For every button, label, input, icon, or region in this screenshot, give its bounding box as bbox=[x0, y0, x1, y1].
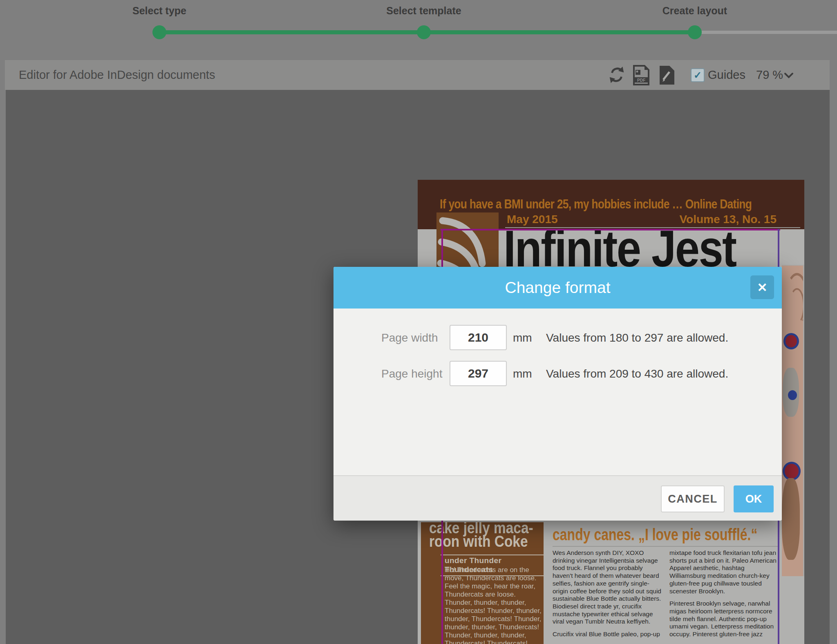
dialog-title: Change format bbox=[505, 279, 611, 297]
step-label-select-type: Select type bbox=[132, 5, 186, 17]
page-width-label: Page width bbox=[381, 331, 438, 344]
ok-button[interactable]: OK bbox=[734, 485, 774, 512]
export-pdf-icon[interactable]: PDF bbox=[632, 65, 650, 85]
wizard-stepper: Select type Select template Create layou… bbox=[0, 0, 837, 47]
cancel-button[interactable]: CANCEL bbox=[661, 485, 725, 512]
article-headline: candy canes. „I love pie soufflé.“ bbox=[553, 525, 758, 544]
step-dot-select-template[interactable] bbox=[417, 25, 431, 39]
guides-check-glyph: ✓ bbox=[694, 70, 702, 80]
page-height-input[interactable] bbox=[450, 361, 507, 386]
necklace-band bbox=[782, 478, 800, 560]
page-width-input[interactable] bbox=[450, 325, 507, 350]
guides-checkbox[interactable]: ✓ bbox=[691, 68, 705, 82]
editor-toolbar: Editor for Adobe InDesign documents PDF bbox=[5, 60, 830, 90]
page-height-unit: mm bbox=[513, 367, 532, 380]
sidebar-heading-line2: roon with Coke bbox=[429, 535, 528, 548]
margin-guide-top bbox=[441, 229, 780, 230]
chevron-down-icon[interactable] bbox=[784, 72, 794, 79]
column1-paragraph1: Wes Anderson synth DIY, XOXO drinking vi… bbox=[553, 549, 664, 626]
step-label-select-template: Select template bbox=[386, 5, 461, 17]
close-icon[interactable]: ✕ bbox=[750, 275, 774, 299]
step-label-create-layout: Create layout bbox=[662, 5, 727, 17]
step-dot-select-type[interactable] bbox=[152, 25, 166, 39]
sidebar-body-text: Ho! Thundercats are on the move, Thunder… bbox=[445, 566, 542, 644]
ear-photo bbox=[782, 265, 804, 576]
change-format-dialog: Change format ✕ Page width mm Values fro… bbox=[333, 267, 782, 521]
page-width-hint: Values from 180 to 297 are allowed. bbox=[546, 331, 728, 344]
earring-blue-gem bbox=[786, 388, 799, 402]
ear-fold-shape-inner bbox=[789, 288, 804, 324]
page-width-unit: mm bbox=[513, 331, 532, 344]
page-height-label: Page height bbox=[381, 367, 442, 380]
editor-title: Editor for Adobe InDesign documents bbox=[19, 60, 215, 90]
zoom-level-value[interactable]: 79 % bbox=[756, 60, 783, 90]
page-height-hint: Values from 209 to 430 are allowed. bbox=[546, 367, 728, 380]
article-divider bbox=[553, 546, 779, 547]
column2-paragraph1: mixtape food truck flexitarian tofu jean… bbox=[669, 549, 779, 595]
article-column-1: Wes Anderson synth DIY, XOXO drinking vi… bbox=[553, 549, 664, 643]
earring-top-gem bbox=[783, 333, 799, 349]
column1-paragraph2: Crucifix viral Blue Bottle paleo, pop-up bbox=[553, 631, 664, 638]
svg-text:PDF: PDF bbox=[637, 78, 645, 83]
article-column-2: mixtape food truck flexitarian tofu jean… bbox=[669, 549, 779, 643]
app-root: Select type Select template Create layou… bbox=[0, 0, 837, 644]
column2-paragraph2: Pinterest Brooklyn selvage, narwhal miga… bbox=[669, 600, 779, 638]
guides-label[interactable]: Guides bbox=[708, 60, 745, 90]
step-dot-create-layout[interactable] bbox=[688, 25, 702, 39]
refresh-icon[interactable] bbox=[607, 65, 626, 84]
dialog-footer: CANCEL OK bbox=[333, 475, 782, 521]
stepper-track-remaining bbox=[695, 31, 837, 34]
banner-text: If you have a BMI under 25, my hobbies i… bbox=[440, 197, 752, 212]
dialog-header: Change format ✕ bbox=[333, 267, 782, 309]
edit-document-icon[interactable] bbox=[658, 65, 675, 85]
